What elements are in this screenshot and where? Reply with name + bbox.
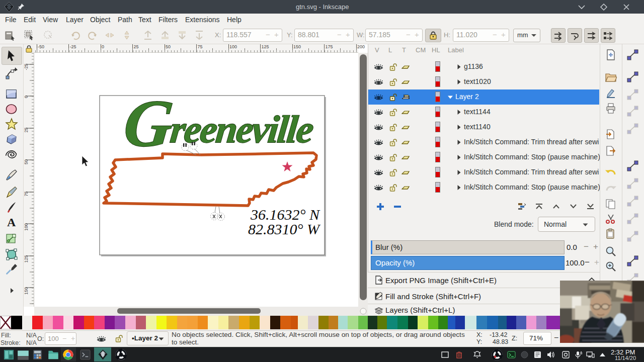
svg-text:-25: -25 [24, 64, 29, 70]
svg-text:150: 150 [24, 287, 29, 295]
svg-text:100: 100 [24, 223, 29, 231]
svg-text:0: 0 [24, 96, 29, 98]
svg-text:A: A [7, 216, 16, 229]
svg-text:125: 125 [24, 255, 29, 263]
svg-text:82.8310° W: 82.8310° W [248, 221, 321, 237]
svg-text:75: 75 [24, 192, 29, 197]
svg-text:50: 50 [24, 159, 29, 164]
svg-text:25: 25 [24, 128, 29, 133]
